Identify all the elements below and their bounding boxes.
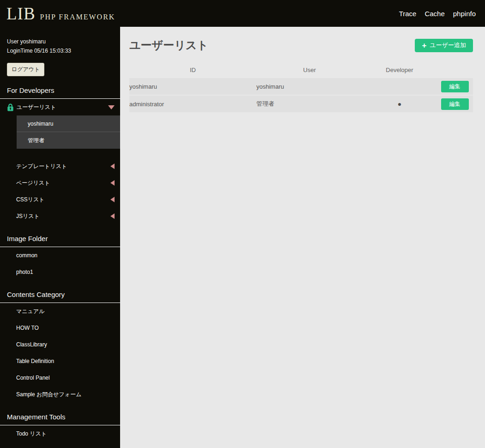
sidebar-item-sample-contact-form[interactable]: Sample お問合せフォーム — [0, 386, 120, 403]
logo-secondary-text: PHP FRAMEWORK — [40, 13, 115, 21]
col-header-developer: Developer — [363, 62, 436, 77]
caret-down-icon — [108, 105, 115, 109]
cell-user: 管理者 — [256, 96, 363, 112]
sidebar-item-label: Todo リスト — [16, 430, 115, 438]
sidebar-subitem-admin[interactable]: 管理者 — [17, 132, 120, 149]
sidebar-item-photo1[interactable]: photo1 — [0, 264, 120, 280]
user-table: ID User Developer yoshimaru yoshimaru 編集 — [129, 61, 473, 113]
sidebar-subitem-yoshimaru[interactable]: yoshimaru — [17, 115, 120, 132]
user-info: User yoshimaru LoginTime 05/16 15:03:33 — [0, 37, 120, 55]
cell-actions: 編集 — [436, 78, 473, 95]
cell-id: administrator — [129, 96, 256, 112]
caret-left-icon — [110, 163, 115, 169]
page-header: ユーザーリスト + ユーザー追加 — [129, 38, 473, 53]
top-nav: Trace Cache phpinfo — [399, 10, 476, 18]
col-header-actions — [436, 62, 473, 77]
table-row: yoshimaru yoshimaru 編集 — [129, 78, 473, 95]
sidebar-item-label: マニュアル — [16, 308, 115, 315]
sidebar-item-label: common — [16, 252, 115, 259]
cell-actions: 編集 — [436, 96, 473, 112]
sidebar-item-label: JSリスト — [16, 212, 110, 220]
sidebar-item-how-to[interactable]: HOW TO — [0, 320, 120, 336]
cell-developer — [363, 78, 436, 95]
col-header-user: User — [256, 62, 363, 77]
lock-icon — [7, 103, 14, 111]
cell-id: yoshimaru — [129, 78, 256, 95]
login-time-text: LoginTime 05/16 15:03:33 — [7, 46, 113, 55]
edit-button[interactable]: 編集 — [441, 98, 469, 110]
page-layout: User yoshimaru LoginTime 05/16 15:03:33 … — [0, 27, 485, 448]
sidebar-item-label: Control Panel — [16, 375, 115, 381]
user-name-text: User yoshimaru — [7, 37, 113, 46]
add-user-button[interactable]: + ユーザー追加 — [415, 39, 473, 52]
sidebar-item-js-list[interactable]: JSリスト — [0, 208, 120, 224]
cell-developer: ● — [363, 96, 436, 112]
sidebar-item-label: photo1 — [16, 269, 115, 275]
sidebar-item-label: ページリスト — [16, 179, 110, 187]
sidebar: User yoshimaru LoginTime 05/16 15:03:33 … — [0, 27, 120, 448]
section-title-management-tools: Management Tools — [0, 413, 120, 425]
edit-button[interactable]: 編集 — [441, 81, 469, 92]
col-header-id: ID — [129, 62, 256, 77]
nav-link-cache[interactable]: Cache — [424, 10, 444, 18]
main-content: ユーザーリスト + ユーザー追加 ID User Developer — [120, 27, 485, 448]
sidebar-item-label: ユーザーリスト — [17, 103, 108, 111]
user-list-submenu: yoshimaru 管理者 — [17, 115, 120, 149]
plus-icon: + — [422, 42, 426, 49]
logo[interactable]: LIB PHP FRAMEWORK — [6, 5, 115, 22]
sidebar-item-common[interactable]: common — [0, 247, 120, 264]
sidebar-item-table-definition[interactable]: Table Definition — [0, 353, 120, 369]
nav-link-trace[interactable]: Trace — [399, 10, 417, 18]
sidebar-item-release-note[interactable]: Release Note — [0, 442, 120, 448]
add-user-button-label: ユーザー追加 — [430, 41, 466, 49]
sidebar-item-label: CSSリスト — [16, 196, 110, 204]
sidebar-item-label: Sample お問合せフォーム — [16, 391, 115, 399]
sidebar-item-css-list[interactable]: CSSリスト — [0, 191, 120, 208]
section-title-contents-category: Contents Category — [0, 291, 120, 303]
logout-button[interactable]: ログアウト — [7, 63, 44, 76]
table-header-row: ID User Developer — [129, 62, 473, 77]
nav-link-phpinfo[interactable]: phpinfo — [453, 10, 476, 18]
page-title: ユーザーリスト — [129, 38, 208, 53]
sidebar-item-label: Table Definition — [16, 358, 115, 364]
sidebar-item-page-list[interactable]: ページリスト — [0, 175, 120, 191]
sidebar-item-label: HOW TO — [16, 325, 115, 331]
sidebar-item-label: テンプレートリスト — [16, 163, 110, 170]
logo-primary-text: LIB — [6, 5, 36, 22]
caret-left-icon — [110, 197, 115, 202]
sidebar-item-template-list[interactable]: テンプレートリスト — [0, 158, 120, 175]
sidebar-item-label: ClassLibrary — [16, 341, 115, 348]
top-bar: LIB PHP FRAMEWORK Trace Cache phpinfo — [0, 0, 485, 27]
caret-left-icon — [110, 180, 115, 186]
sidebar-item-manual[interactable]: マニュアル — [0, 303, 120, 320]
developer-dot: ● — [398, 100, 401, 108]
sidebar-item-control-panel[interactable]: Control Panel — [0, 369, 120, 386]
caret-left-icon — [110, 213, 115, 219]
cell-user: yoshimaru — [256, 78, 363, 95]
section-title-image-folder: Image Folder — [0, 235, 120, 247]
sidebar-item-todo-list[interactable]: Todo リスト — [0, 425, 120, 442]
sidebar-item-classlibrary[interactable]: ClassLibrary — [0, 336, 120, 353]
sidebar-item-user-list[interactable]: ユーザーリスト — [0, 99, 120, 115]
section-title-for-developers: For Developers — [0, 86, 120, 99]
table-row: administrator 管理者 ● 編集 — [129, 96, 473, 112]
